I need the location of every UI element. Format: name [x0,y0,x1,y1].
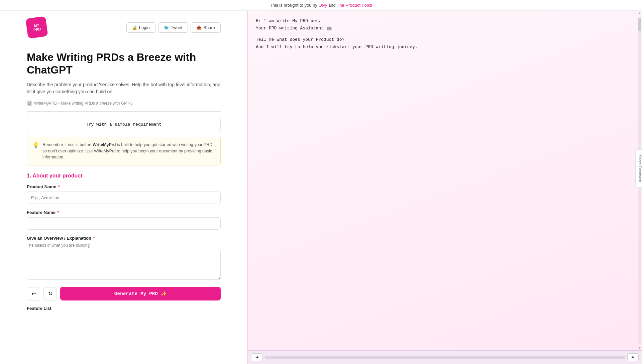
nav-buttons: 🔒 Login 🐦 Tweet 📤 Share [126,22,221,33]
product-name-label: Product Name * [27,184,221,189]
top-banner: This is brought to you by Olvy and The P… [0,0,642,11]
generate-prd-button[interactable]: Generate My PRD ✨ [60,287,221,300]
bot-greeting-1: Hi I am Write My PRD bot, [256,17,634,25]
overview-hint: The basics of what you are building [27,243,221,248]
image-alt-text: WriteMyPRD - Make writing PRDs a breeze … [34,101,133,106]
banner-text-middle: and [328,3,337,8]
feature-name-group: Feature Name * [27,210,221,230]
bot-greeting-2: Your PRD writing Assistant 🤖 [256,25,634,32]
chat-bottom-bar: ◀ ▶ [248,350,642,364]
section-title: About your product [32,173,82,178]
feature-name-input[interactable] [27,217,221,230]
share-label: Share [203,25,215,30]
section-number: 1. [27,173,31,178]
bot-message: Hi I am Write My PRD bot, Your PRD writi… [256,17,634,51]
banner-text-before: This is brought to you by [270,3,318,8]
login-button[interactable]: 🔒 Login [126,22,155,33]
banner-link-olvy[interactable]: Olvy [318,3,327,8]
logo-icon: MYPRD [25,16,48,39]
header-nav: MYPRD 🔒 Login 🐦 Tweet 📤 Share [27,11,221,41]
spacer [256,32,634,36]
bot-message-2: And I will try to help you kickstart you… [256,43,634,51]
hero-image: 🖼 WriteMyPRD - Make writing PRDs a breez… [27,101,221,106]
main-layout: MYPRD 🔒 Login 🐦 Tweet 📤 Share M [0,11,642,364]
overview-group: Give an Overview / Explanation * The bas… [27,236,221,281]
action-bar: ↩ ↻ Generate My PRD ✨ [27,287,221,300]
info-brand: WriteMyPrd [93,142,116,147]
logo-container: MYPRD [27,17,47,37]
twitter-icon: 🐦 [164,25,169,30]
scroll-up-arrow[interactable]: ▲ [638,11,642,15]
hero-description: Describe the problem your product/servic… [27,81,221,95]
product-name-group: Product Name * [27,184,221,204]
tweet-label: Tweet [171,25,183,30]
left-panel: MYPRD 🔒 Login 🐦 Tweet 📤 Share M [0,11,247,364]
overview-textarea[interactable] [27,250,221,280]
share-icon: 📤 [196,25,202,30]
product-name-input[interactable] [27,192,221,204]
feature-name-label: Feature Name * [27,210,221,215]
back-button[interactable]: ↩ [27,287,40,300]
feedback-label: Share Feedback [638,155,642,182]
chat-prev-button[interactable]: ◀ [251,353,262,361]
hero-section: Make Writing PRDs a Breeze with ChatGPT … [27,51,221,112]
chat-horizontal-scrollbar[interactable] [264,356,625,359]
required-star-product: * [58,184,60,189]
broken-image-icon: 🖼 [27,101,32,106]
info-box: 💡 Remember: Less is better! WriteMyPrd i… [27,137,221,165]
chat-container: Hi I am Write My PRD bot, Your PRD writi… [248,11,642,350]
required-star-feature: * [58,210,59,215]
divider [27,111,221,112]
prd-form: Product Name * Feature Name * Give an Ov… [27,184,221,311]
hero-title: Make Writing PRDs a Breeze with ChatGPT [27,51,221,77]
scrollbar-thumb[interactable] [638,18,641,31]
logo-text: MYPRD [33,23,41,32]
refresh-icon: ↻ [48,290,52,297]
feature-list-label: Feature List [27,306,221,311]
chat-panel: Hi I am Write My PRD bot, Your PRD writi… [247,11,642,364]
info-box-text: Remember: Less is better! WriteMyPrd is … [42,142,215,160]
back-icon: ↩ [31,290,36,297]
lightbulb-icon: 💡 [32,142,39,160]
lock-icon: 🔒 [132,25,137,30]
sample-requirement-button[interactable]: Try with a sample requirement [27,117,221,132]
chat-next-button[interactable]: ▶ [627,353,639,361]
banner-link-product-folks[interactable]: The Product Folks [337,3,372,8]
chat-iframe[interactable]: Hi I am Write My PRD bot, Your PRD writi… [248,11,642,350]
scroll-down-arrow[interactable]: ▼ [638,346,642,350]
section-heading: 1. About your product [27,173,221,179]
bot-message-1: Tell me what does your Product do? [256,36,634,43]
tweet-button[interactable]: 🐦 Tweet [158,22,188,33]
refresh-button[interactable]: ↻ [43,287,57,300]
feedback-tab[interactable]: Share Feedback [636,149,642,188]
required-star-overview: * [93,236,95,241]
share-button[interactable]: 📤 Share [191,22,221,33]
overview-label: Give an Overview / Explanation * [27,236,221,241]
login-label: Login [139,25,150,30]
info-text-before: Remember: Less is better! [42,142,93,147]
